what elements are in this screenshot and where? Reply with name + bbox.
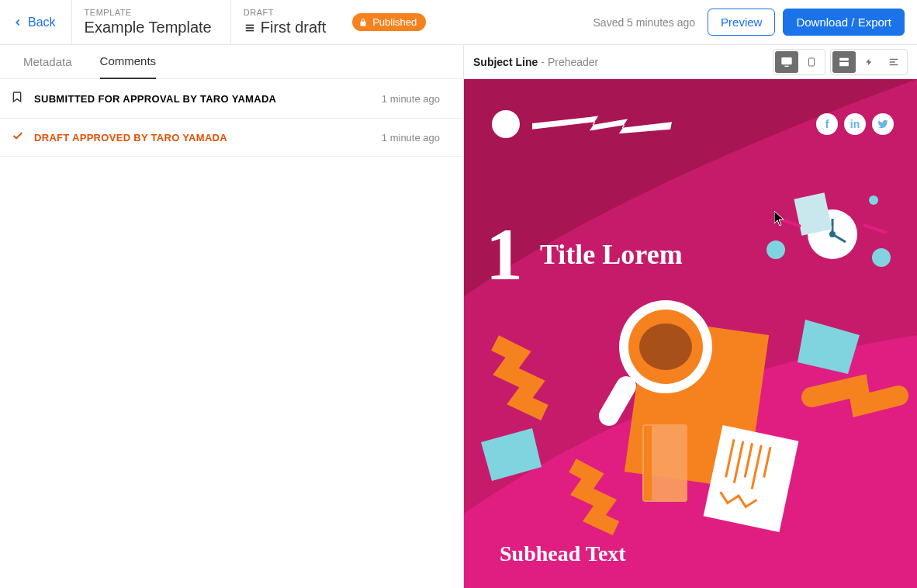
preheader-label[interactable]: Preheader (548, 56, 598, 68)
email-hero-number: 1 (486, 211, 523, 297)
svg-rect-7 (839, 57, 849, 61)
twitter-icon[interactable] (872, 113, 894, 135)
mode-toggle-group (830, 49, 908, 75)
flash-mode-button[interactable] (857, 51, 881, 73)
back-label: Back (28, 16, 56, 29)
check-icon (11, 130, 25, 145)
desktop-icon (780, 56, 794, 68)
list-icon (244, 22, 256, 33)
subject-line-label[interactable]: Subject Line (473, 56, 538, 68)
subject-separator: - (541, 56, 545, 68)
logo-dot-icon (492, 110, 520, 138)
published-label: Published (372, 16, 417, 28)
preview-button[interactable]: Preview (708, 9, 775, 36)
template-name: Example Template (85, 19, 212, 36)
activity-text: SUBMITTED FOR APPROVAL BY TARO YAMADA (34, 93, 372, 105)
download-export-button[interactable]: Download / Export (783, 9, 905, 36)
svg-rect-4 (784, 65, 788, 66)
preview-pane: Subject Line - Preheader (464, 45, 917, 588)
email-hero-title: Title Lorem (540, 238, 683, 271)
back-button[interactable]: Back (12, 16, 71, 29)
svg-rect-8 (839, 62, 849, 66)
layout-icon (837, 57, 851, 67)
desktop-view-button[interactable] (775, 51, 798, 73)
activity-time: 1 minute ago (382, 93, 440, 105)
template-label: TEMPLATE (85, 8, 212, 17)
template-block[interactable]: TEMPLATE Example Template (85, 8, 230, 36)
svg-point-34 (872, 248, 891, 267)
logo-swoosh-icon (532, 112, 672, 136)
device-toggle-group (773, 49, 825, 75)
layout-mode-button[interactable] (832, 51, 856, 73)
tab-comments[interactable]: Comments (100, 45, 157, 79)
activity-row[interactable]: DRAFT APPROVED BY TARO YAMADA 1 minute a… (0, 119, 463, 157)
svg-point-33 (869, 195, 878, 205)
align-left-icon (888, 57, 900, 67)
svg-point-32 (766, 240, 785, 259)
cursor-icon (774, 211, 785, 227)
email-subhead: Subhead Text (500, 541, 626, 566)
bookmark-icon (11, 90, 25, 107)
svg-rect-3 (781, 57, 791, 64)
chevron-left-icon (12, 17, 23, 28)
lock-icon (358, 18, 368, 27)
tab-metadata[interactable]: Metadata (23, 45, 72, 79)
text-mode-button[interactable] (882, 51, 905, 73)
activity-row[interactable]: SUBMITTED FOR APPROVAL BY TARO YAMADA 1 … (0, 79, 463, 119)
svg-rect-5 (809, 58, 815, 66)
divider (71, 0, 72, 45)
published-badge: Published (352, 13, 426, 31)
mobile-icon (807, 55, 816, 69)
social-icons: f in (816, 113, 894, 135)
email-canvas[interactable]: f in 1 Title Lorem Subhead Text (464, 79, 917, 588)
draft-label: DRAFT (244, 8, 326, 17)
bolt-icon (865, 56, 873, 68)
draft-block[interactable]: DRAFT First draft (244, 8, 344, 36)
facebook-icon[interactable]: f (816, 113, 838, 135)
draft-name: First draft (261, 19, 326, 36)
saved-status: Saved 5 minutes ago (593, 16, 696, 29)
svg-point-16 (639, 323, 692, 370)
activity-text: DRAFT APPROVED BY TARO YAMADA (34, 132, 372, 144)
email-hero-graphic (464, 79, 917, 588)
linkedin-icon[interactable]: in (844, 113, 866, 135)
left-pane: Metadata Comments SUBMITTED FOR APPROVAL… (0, 45, 464, 588)
mobile-view-button[interactable] (800, 51, 823, 73)
svg-rect-19 (644, 426, 652, 500)
email-logo (492, 110, 672, 138)
divider (230, 0, 231, 45)
activity-time: 1 minute ago (382, 132, 440, 144)
